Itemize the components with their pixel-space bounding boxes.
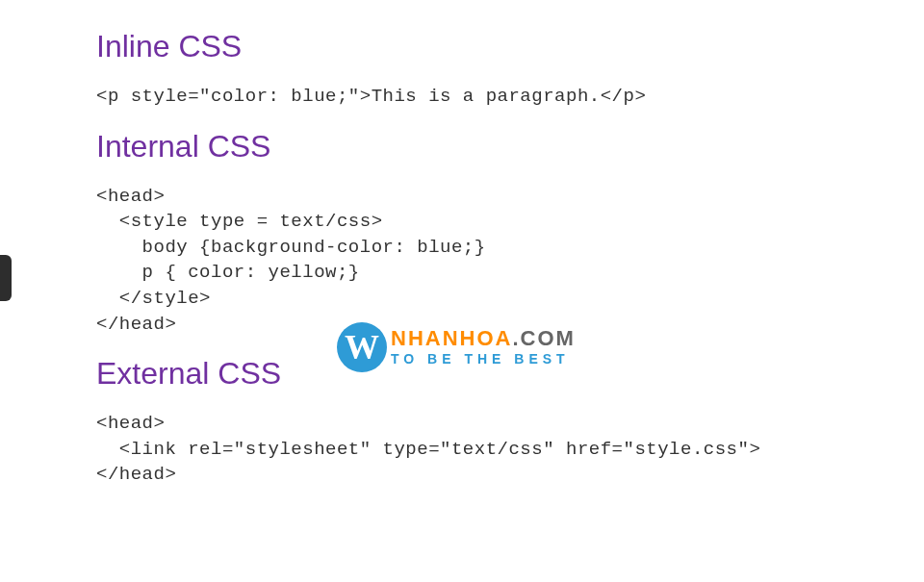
- watermark-text: NHANHOA.COM TO BE THE BEST: [391, 328, 576, 367]
- watermark-tagline: TO BE THE BEST: [391, 351, 576, 367]
- side-tab: [0, 255, 12, 301]
- watermark-domain: .COM: [512, 326, 575, 350]
- heading-inline-css: Inline CSS: [96, 29, 924, 64]
- code-external-css: <head> <link rel="stylesheet" type="text…: [96, 411, 924, 488]
- code-internal-css: <head> <style type = text/css> body {bac…: [96, 184, 924, 338]
- watermark-brand-name: NHANHOA: [391, 326, 512, 350]
- code-inline-css: <p style="color: blue;">This is a paragr…: [96, 84, 924, 110]
- watermark-brand: NHANHOA.COM: [391, 328, 576, 349]
- heading-internal-css: Internal CSS: [96, 129, 924, 164]
- watermark-letter-icon: W: [337, 322, 387, 372]
- watermark-logo: W NHANHOA.COM TO BE THE BEST: [337, 322, 576, 372]
